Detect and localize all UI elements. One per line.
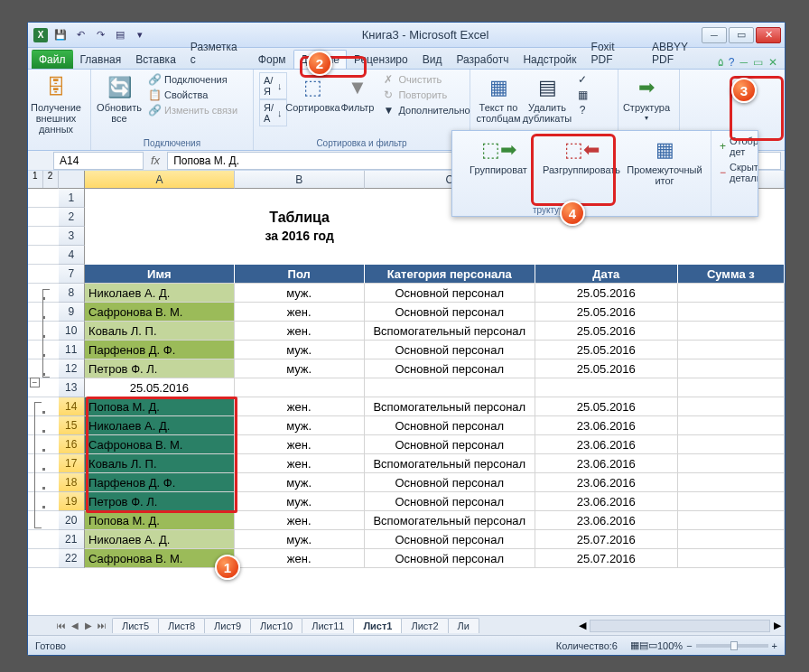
sort-button[interactable]: ⬚ Сортировка: [291, 72, 336, 115]
tab-вставка[interactable]: Вставка: [128, 50, 183, 69]
cell[interactable]: [235, 246, 365, 265]
sheet-tab-лист1[interactable]: Лист1: [353, 618, 402, 633]
cell[interactable]: [678, 341, 785, 359]
qat-redo-icon[interactable]: ↷: [91, 26, 109, 44]
row-header[interactable]: 12: [59, 359, 86, 378]
table-row[interactable]: 17Коваль Л. П.жен.Вспомогательный персон…: [28, 454, 785, 473]
cell[interactable]: Таблица: [235, 208, 365, 227]
view-pagebreak-icon[interactable]: ▭: [648, 639, 657, 651]
cell[interactable]: муж.: [235, 341, 365, 359]
tab-главная[interactable]: Главная: [73, 50, 129, 69]
cell[interactable]: [535, 227, 678, 246]
name-box[interactable]: A14: [53, 152, 144, 170]
consolidate-icon[interactable]: ▦: [573, 88, 591, 102]
qat-undo-icon[interactable]: ↶: [71, 26, 89, 44]
cell[interactable]: Парфенов Д. Ф.: [85, 341, 235, 359]
sheet-nav-prev[interactable]: ◀: [69, 621, 81, 630]
row-header[interactable]: 21: [59, 530, 86, 549]
table-row[interactable]: 18Парфенов Д. Ф.муж.Основной персонал23.…: [28, 473, 785, 492]
table-row[interactable]: 11Парфенов Д. Ф.муж.Основной персонал25.…: [28, 341, 785, 359]
zoom-slider[interactable]: [696, 644, 768, 648]
cell[interactable]: [535, 378, 678, 397]
row-header[interactable]: 2: [59, 208, 86, 227]
cell[interactable]: Коваль Л. П.: [85, 454, 235, 473]
cell[interactable]: муж.: [235, 492, 365, 511]
cell[interactable]: Сафронова В. М.: [85, 303, 235, 322]
cell[interactable]: [678, 473, 785, 492]
table-row[interactable]: 7ИмяПолКатегория персоналаДатаСумма з: [28, 265, 785, 284]
edit-links-button[interactable]: 🔗Изменить связи: [145, 103, 240, 117]
cell[interactable]: [678, 492, 785, 511]
cell[interactable]: Попова М. Д.: [85, 511, 235, 530]
refresh-all-button[interactable]: 🔄 Обновить все: [97, 72, 142, 126]
cell[interactable]: муж.: [235, 416, 365, 435]
subtotal-button[interactable]: ▦ Промежуточный итог: [624, 135, 705, 212]
cell[interactable]: Основной персонал: [365, 435, 535, 454]
cell[interactable]: 23.06.2016: [535, 492, 678, 511]
cell[interactable]: [678, 246, 785, 265]
structure-button[interactable]: ➡ Структура ▾: [624, 72, 669, 124]
table-row[interactable]: 16Сафронова В. М.жен.Основной персонал23…: [28, 435, 785, 454]
tab-надстройк[interactable]: Надстройк: [516, 50, 583, 69]
row-header[interactable]: 19: [59, 492, 86, 511]
cell[interactable]: Сафронова В. М.: [85, 435, 235, 454]
cell[interactable]: [678, 511, 785, 530]
cell[interactable]: 23.06.2016: [535, 454, 678, 473]
row-header[interactable]: 17: [59, 454, 86, 473]
cell[interactable]: [678, 359, 785, 378]
cell[interactable]: муж.: [235, 284, 365, 303]
table-row[interactable]: 20Попова М. Д.жен.Вспомогательный персон…: [28, 511, 785, 530]
whatif-icon[interactable]: ?: [573, 103, 591, 117]
cell[interactable]: муж.: [235, 530, 365, 549]
cell[interactable]: 23.06.2016: [535, 416, 678, 435]
table-row[interactable]: 19Петров Ф. Л.муж.Основной персонал23.06…: [28, 492, 785, 511]
qat-save-icon[interactable]: 💾: [51, 26, 70, 44]
zoom-in-button[interactable]: +: [772, 640, 777, 651]
cell[interactable]: [365, 378, 535, 397]
row-header[interactable]: 15: [59, 416, 86, 435]
inner-restore-icon[interactable]: ▭: [753, 56, 763, 69]
show-detail-button[interactable]: +Отобразить дет: [717, 135, 752, 158]
cell[interactable]: [678, 378, 785, 397]
cell[interactable]: 23.06.2016: [535, 511, 678, 530]
text-to-columns-button[interactable]: ▦ Текст по столбцам: [476, 72, 521, 126]
table-row[interactable]: 8Николаев А. Д.муж.Основной персонал25.0…: [28, 284, 785, 303]
cell[interactable]: [85, 189, 235, 208]
row-header[interactable]: 8: [59, 284, 86, 303]
cell[interactable]: 23.06.2016: [535, 435, 678, 454]
cell[interactable]: 25.05.2016: [535, 341, 678, 359]
table-row[interactable]: 3за 2016 год: [28, 227, 785, 246]
tab-abbyy pdf[interactable]: ABBYY PDF: [645, 37, 718, 69]
cell[interactable]: жен.: [235, 511, 365, 530]
sort-az-button[interactable]: А/Я↓: [259, 72, 287, 99]
row-header[interactable]: 1: [59, 189, 86, 208]
cell[interactable]: Сумма з: [678, 265, 785, 284]
cell[interactable]: Петров Ф. Л.: [85, 359, 235, 378]
cell[interactable]: [678, 284, 785, 303]
row-header[interactable]: 18: [59, 473, 86, 492]
zoom-out-button[interactable]: −: [686, 640, 692, 651]
cell[interactable]: [678, 454, 785, 473]
table-row[interactable]: 14Попова М. Д.жен.Вспомогательный персон…: [28, 397, 785, 416]
row-header[interactable]: 22: [59, 549, 86, 568]
row-header[interactable]: 16: [59, 435, 86, 454]
table-row[interactable]: 21Николаев А. Д.муж.Основной персонал25.…: [28, 530, 785, 549]
cell[interactable]: Николаев А. Д.: [85, 530, 235, 549]
col-header-b[interactable]: B: [235, 171, 365, 189]
sheet-nav-last[interactable]: ⏭: [96, 621, 108, 630]
table-row[interactable]: 4: [28, 246, 785, 265]
row-header[interactable]: 4: [59, 246, 86, 265]
properties-button[interactable]: 📋Свойства: [145, 88, 240, 102]
cell[interactable]: [235, 189, 365, 208]
cell[interactable]: жен.: [235, 322, 365, 341]
reapply-button[interactable]: ↻Повторить: [379, 88, 472, 102]
maximize-button[interactable]: ▭: [729, 27, 754, 43]
cell[interactable]: муж.: [235, 473, 365, 492]
cell[interactable]: 25.07.2016: [535, 549, 678, 568]
hscroll-left[interactable]: ◀: [575, 620, 590, 631]
group-button[interactable]: ⬚➡ Группироват: [458, 135, 539, 212]
cell[interactable]: Основной персонал: [365, 416, 535, 435]
hscroll-track[interactable]: [590, 620, 770, 632]
cell[interactable]: Вспомогательный персонал: [365, 454, 535, 473]
cell[interactable]: Основной персонал: [365, 284, 535, 303]
